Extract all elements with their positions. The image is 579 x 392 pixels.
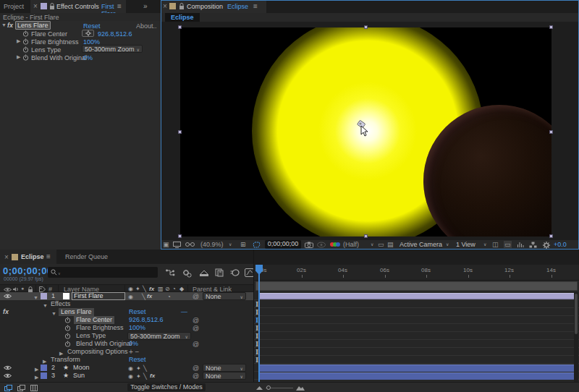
property-value[interactable]: 0%	[83, 54, 93, 61]
property-label[interactable]: Lens Type	[31, 46, 61, 54]
reset-link[interactable]: Reset	[129, 356, 146, 364]
eye-toggle-icon[interactable]	[4, 365, 12, 370]
group-row-compositing-options[interactable]: ▶ Compositing Options + −	[0, 348, 253, 356]
gear-icon[interactable]	[543, 242, 550, 249]
motion-blur-icon[interactable]	[230, 269, 240, 276]
tab-render-queue[interactable]: Render Queue	[65, 253, 108, 260]
stopwatch-icon[interactable]	[64, 325, 71, 331]
comp-handle[interactable]	[364, 234, 368, 238]
effect-label[interactable]: Lens Flare	[59, 308, 94, 316]
resolution-dropdown[interactable]: (Half)	[343, 241, 359, 248]
parent-dropdown[interactable]: None ∨	[203, 364, 246, 372]
chevron-down-icon[interactable]: ∨	[483, 242, 486, 247]
quality-switch-icon[interactable]: ╲	[143, 372, 147, 380]
parent-dropdown[interactable]: None ∨	[203, 372, 246, 380]
lens-type-dropdown[interactable]: 50-300mm Zoom ∨	[82, 45, 143, 53]
close-icon[interactable]: ×	[33, 2, 38, 10]
about-link[interactable]: About..	[136, 22, 157, 30]
comp-handle[interactable]	[549, 25, 553, 29]
effect-point-button[interactable]	[82, 30, 94, 37]
prop-label[interactable]: Lens Type	[76, 332, 106, 340]
timeline-zoom-knob[interactable]	[266, 385, 271, 390]
layer-name[interactable]: Moon	[73, 364, 90, 372]
comp-handle[interactable]	[178, 234, 182, 238]
view-layout-dropdown[interactable]: 1 View	[456, 241, 476, 248]
property-value[interactable]: 926.8,512.6	[98, 30, 132, 38]
shy-switch-icon[interactable]: ◉	[128, 372, 133, 380]
tab-timeline-eclipse[interactable]: × Eclipse ≡	[0, 250, 56, 264]
layer-color-swatch[interactable]	[41, 365, 47, 371]
grid-guides-icon[interactable]: ⊞	[240, 241, 246, 248]
show-channel-icon[interactable]	[330, 242, 340, 248]
property-label[interactable]: Blend With Original	[31, 54, 87, 61]
close-icon[interactable]: ×	[4, 253, 9, 261]
comp-canvas[interactable]	[180, 27, 551, 237]
shy-layers-icon[interactable]	[199, 269, 209, 277]
group-label[interactable]: Compositing Options	[67, 348, 128, 356]
property-label[interactable]: Flare Brightness	[31, 38, 79, 46]
close-icon[interactable]: ×	[163, 2, 167, 10]
prop-label[interactable]: Flare Brightness	[76, 324, 124, 332]
group-row-transform[interactable]: ▶ Transform Reset	[0, 356, 253, 364]
expand-props-icon[interactable]	[17, 385, 26, 391]
comp-handle[interactable]	[178, 130, 182, 134]
stopwatch-icon[interactable]	[64, 333, 71, 339]
comp-breadcrumb-chip[interactable]: Eclipse	[165, 13, 200, 22]
draft-3d-icon[interactable]: ▭	[504, 241, 512, 248]
in-out-columns-icon[interactable]	[30, 385, 38, 391]
fast-previews-icon[interactable]: ▭	[378, 241, 384, 248]
prop-label[interactable]: Flare Center	[74, 316, 114, 324]
current-timecode[interactable]: 0;00;00;00	[3, 265, 53, 276]
eye-toggle-icon[interactable]	[4, 373, 12, 378]
exposure-value[interactable]: +0.0	[554, 241, 567, 248]
layer-bar-moon[interactable]	[258, 365, 578, 372]
network-icon[interactable]	[529, 242, 537, 248]
effect-header-row[interactable]: ▼ fx Lens Flare Reset About..	[0, 22, 161, 30]
timeline-vscrollbar[interactable]	[574, 292, 578, 382]
layer-row-first-flare[interactable]: ▼ 1 First Flare ◉ ╲ fx ◔ @ None ∨	[0, 292, 253, 300]
tab-overflow-icon[interactable]: »	[143, 2, 148, 10]
prop-value[interactable]: 0%	[129, 340, 138, 348]
histogram-icon[interactable]	[517, 242, 525, 248]
comp-handle[interactable]	[364, 25, 368, 29]
current-time-box[interactable]: 0;00;00;00	[265, 240, 301, 249]
comp-handle[interactable]	[178, 25, 182, 29]
stopwatch-icon[interactable]	[22, 54, 29, 61]
twirl-closed-icon[interactable]: ▶	[17, 54, 20, 60]
chevron-down-icon[interactable]: ∨	[446, 242, 449, 247]
search-input[interactable]: ∨	[48, 267, 158, 278]
chevron-down-icon[interactable]: ∨	[371, 242, 373, 247]
expand-layers-icon[interactable]	[4, 385, 13, 391]
mini-flowchart-icon[interactable]	[166, 269, 175, 277]
frame-blending-icon[interactable]	[215, 268, 224, 277]
camera-view-dropdown[interactable]: Active Camera	[400, 241, 442, 248]
layer-row-sun[interactable]: ▶ 3 ★ Sun ◉ ✦ ╲ fx @ None ∨	[0, 372, 253, 380]
show-snapshot-icon[interactable]	[317, 242, 326, 248]
draft-3d-icon[interactable]	[182, 269, 192, 278]
transparency-grid-icon[interactable]: ▤	[387, 241, 394, 248]
stopwatch-icon[interactable]	[22, 38, 29, 45]
fx-switch-icon[interactable]: fx	[150, 372, 155, 380]
stopwatch-icon[interactable]	[22, 30, 29, 37]
layer-expander-icon[interactable]: ▶	[35, 373, 38, 381]
panel-menu-icon[interactable]: ≡	[253, 2, 258, 10]
layer-name-input[interactable]: First Flare	[72, 292, 125, 300]
toggle-switches-modes-button[interactable]: Toggle Switches / Modes	[127, 383, 206, 391]
reset-link[interactable]: Reset	[83, 22, 101, 30]
stereo-goggles-icon[interactable]	[185, 242, 195, 247]
label-color-swatch[interactable]	[12, 254, 18, 260]
layer-color-swatch[interactable]	[41, 372, 47, 379]
work-area-bar[interactable]	[255, 281, 578, 291]
zoom-in-mountain-icon[interactable]	[296, 384, 305, 391]
playhead-line[interactable]	[258, 265, 260, 382]
layer-name[interactable]: Sun	[73, 372, 85, 380]
effect-name[interactable]: Lens Flare	[15, 21, 51, 30]
layer-color-swatch[interactable]	[41, 293, 47, 299]
parent-pickwhip-icon[interactable]: @	[193, 372, 199, 380]
tab-composition[interactable]: × Composition Eclipse ≡	[161, 0, 266, 13]
prop-row-lens-type[interactable]: Lens Type 50-300mm Zoom ∨ @	[0, 332, 253, 340]
eye-toggle-icon[interactable]	[4, 294, 12, 299]
always-preview-icon[interactable]: ▣	[163, 241, 169, 248]
chevron-down-icon[interactable]: ∨	[229, 242, 232, 247]
prop-row-blend[interactable]: Blend With Original 0% @	[0, 340, 253, 348]
